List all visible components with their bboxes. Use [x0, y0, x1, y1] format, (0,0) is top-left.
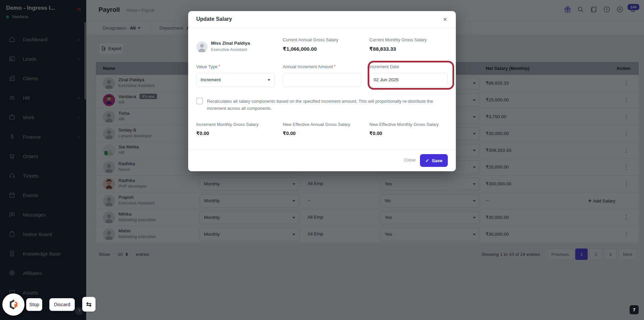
new-monthly-label: New Effective Monthly Gross Salary — [369, 122, 439, 127]
increment-monthly-value: ₹0.00 — [196, 131, 209, 136]
close-button[interactable]: Close — [404, 157, 416, 163]
increment-date-label: Increment Date — [369, 64, 399, 69]
close-icon[interactable]: ✕ — [441, 15, 449, 24]
modal-header: Update Salary ✕ — [188, 11, 456, 28]
modal-employee-name: Miss Zinal Paldiya — [211, 41, 250, 46]
required-asterisk: * — [219, 64, 220, 69]
swap-arrows-icon: ⇆ — [86, 300, 92, 308]
stop-button[interactable]: Stop — [26, 298, 42, 311]
agent-logo-button[interactable] — [2, 293, 24, 316]
screen: Demo - Ingress I... IN Vandana Dashboard… — [0, 0, 644, 320]
check-icon: ✓ — [425, 158, 429, 163]
current-annual-value: ₹1,066,000.00 — [283, 46, 317, 52]
current-monthly-label: Current Monthly Gross Salary — [369, 37, 427, 42]
value-type-select[interactable]: Increment — [196, 73, 275, 87]
recalculate-checkbox[interactable] — [196, 98, 203, 104]
save-button[interactable]: ✓ Save — [420, 154, 448, 167]
modal-title: Update Salary — [196, 16, 232, 22]
increment-date-input[interactable]: 02 Jun 2025 — [369, 73, 448, 87]
agent-logo-icon — [7, 298, 20, 311]
recalculate-option: Recalculates all salary components based… — [196, 98, 441, 112]
value-type-label: Value Type* — [196, 64, 220, 69]
current-monthly-value: ₹88,833.33 — [369, 46, 396, 52]
annual-increment-input[interactable] — [283, 73, 361, 87]
new-monthly-value: ₹0.00 — [369, 131, 382, 136]
new-annual-value: ₹0.00 — [283, 131, 296, 136]
recalculate-text: Recalculates all salary components based… — [207, 98, 441, 112]
update-salary-modal: Update Salary ✕ Miss Zinal Paldiya Execu… — [188, 11, 456, 171]
corner-step-badge: 7 — [630, 305, 639, 314]
chevron-down-icon — [268, 79, 270, 81]
discard-button[interactable]: Discard — [49, 298, 75, 311]
swap-button[interactable]: ⇆ — [82, 297, 96, 312]
modal-footer: Close ✓ Save — [188, 150, 456, 171]
annual-increment-label: Annual Increment Amount* — [283, 64, 335, 69]
modal-employee-role: Executive Assistant — [211, 47, 247, 52]
required-asterisk: * — [334, 64, 336, 69]
employee-avatar — [196, 41, 208, 53]
increment-monthly-label: Increment Monthly Gross Salary — [196, 122, 259, 127]
new-annual-label: New Effective Annual Gross Salary — [283, 122, 350, 127]
current-annual-label: Current Annual Gross Salary — [283, 37, 338, 42]
